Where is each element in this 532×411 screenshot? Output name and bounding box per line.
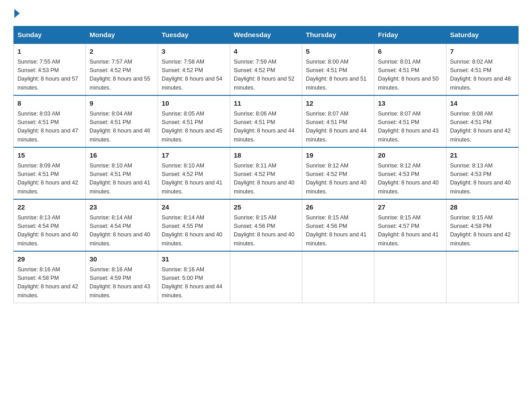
day-info: Sunrise: 8:15 AMSunset: 4:58 PMDaylight:… <box>450 214 515 248</box>
day-number: 13 <box>378 98 442 109</box>
day-number: 3 <box>162 47 226 57</box>
calendar-cell: 8 Sunrise: 8:03 AMSunset: 4:51 PMDayligh… <box>14 95 86 147</box>
page-header <box>13 9 519 18</box>
day-number: 30 <box>90 254 154 265</box>
weekday-header-row: SundayMondayTuesdayWednesdayThursdayFrid… <box>14 26 519 44</box>
weekday-header-saturday: Saturday <box>446 26 519 44</box>
calendar-week-row: 1 Sunrise: 7:55 AMSunset: 4:53 PMDayligh… <box>14 43 519 95</box>
day-info: Sunrise: 8:07 AMSunset: 4:51 PMDaylight:… <box>306 110 370 145</box>
day-info: Sunrise: 8:07 AMSunset: 4:51 PMDaylight:… <box>378 110 442 145</box>
day-info: Sunrise: 8:00 AMSunset: 4:51 PMDaylight:… <box>306 58 370 93</box>
calendar-cell: 30 Sunrise: 8:16 AMSunset: 4:59 PMDaylig… <box>86 251 158 303</box>
calendar-cell <box>230 251 302 303</box>
calendar-cell: 29 Sunrise: 8:16 AMSunset: 4:58 PMDaylig… <box>14 251 86 303</box>
day-number: 14 <box>450 98 515 109</box>
day-info: Sunrise: 8:16 AMSunset: 4:59 PMDaylight:… <box>90 265 154 300</box>
day-info: Sunrise: 8:15 AMSunset: 4:56 PMDaylight:… <box>306 214 370 248</box>
day-info: Sunrise: 8:16 AMSunset: 5:00 PMDaylight:… <box>162 265 226 300</box>
day-number: 8 <box>17 98 82 109</box>
calendar-cell: 25 Sunrise: 8:15 AMSunset: 4:56 PMDaylig… <box>230 199 302 251</box>
day-number: 7 <box>450 47 515 57</box>
day-info: Sunrise: 8:12 AMSunset: 4:53 PMDaylight:… <box>378 162 442 197</box>
calendar-cell: 2 Sunrise: 7:57 AMSunset: 4:52 PMDayligh… <box>86 43 158 95</box>
day-number: 29 <box>17 254 82 265</box>
day-number: 24 <box>162 202 226 213</box>
day-number: 11 <box>234 98 298 109</box>
calendar-cell: 7 Sunrise: 8:02 AMSunset: 4:51 PMDayligh… <box>446 43 519 95</box>
day-number: 22 <box>17 202 82 213</box>
day-info: Sunrise: 8:06 AMSunset: 4:51 PMDaylight:… <box>234 110 298 145</box>
day-info: Sunrise: 8:02 AMSunset: 4:51 PMDaylight:… <box>450 58 515 93</box>
day-number: 15 <box>17 150 82 161</box>
day-number: 20 <box>378 150 442 161</box>
day-number: 17 <box>162 150 226 161</box>
weekday-header-sunday: Sunday <box>14 26 86 44</box>
day-info: Sunrise: 8:08 AMSunset: 4:51 PMDaylight:… <box>450 110 515 145</box>
day-info: Sunrise: 8:14 AMSunset: 4:54 PMDaylight:… <box>90 214 154 248</box>
calendar-cell: 13 Sunrise: 8:07 AMSunset: 4:51 PMDaylig… <box>374 95 446 147</box>
calendar-cell: 22 Sunrise: 8:13 AMSunset: 4:54 PMDaylig… <box>14 199 86 251</box>
weekday-header-tuesday: Tuesday <box>158 26 230 44</box>
day-number: 9 <box>90 98 154 109</box>
day-info: Sunrise: 7:55 AMSunset: 4:53 PMDaylight:… <box>17 58 82 93</box>
day-info: Sunrise: 8:13 AMSunset: 4:53 PMDaylight:… <box>450 162 515 197</box>
calendar-cell: 18 Sunrise: 8:11 AMSunset: 4:52 PMDaylig… <box>230 147 302 199</box>
day-number: 2 <box>90 47 154 57</box>
calendar-week-row: 8 Sunrise: 8:03 AMSunset: 4:51 PMDayligh… <box>14 95 519 147</box>
calendar-cell: 5 Sunrise: 8:00 AMSunset: 4:51 PMDayligh… <box>302 43 374 95</box>
calendar-cell: 20 Sunrise: 8:12 AMSunset: 4:53 PMDaylig… <box>374 147 446 199</box>
day-info: Sunrise: 8:13 AMSunset: 4:54 PMDaylight:… <box>17 214 82 248</box>
day-info: Sunrise: 8:10 AMSunset: 4:52 PMDaylight:… <box>162 162 226 197</box>
day-info: Sunrise: 8:05 AMSunset: 4:51 PMDaylight:… <box>162 110 226 145</box>
weekday-header-friday: Friday <box>374 26 446 44</box>
calendar-cell: 24 Sunrise: 8:14 AMSunset: 4:55 PMDaylig… <box>158 199 230 251</box>
day-number: 27 <box>378 202 442 213</box>
day-info: Sunrise: 8:01 AMSunset: 4:51 PMDaylight:… <box>378 58 442 93</box>
day-number: 10 <box>162 98 226 109</box>
day-info: Sunrise: 8:11 AMSunset: 4:52 PMDaylight:… <box>234 162 298 197</box>
calendar-cell: 4 Sunrise: 7:59 AMSunset: 4:52 PMDayligh… <box>230 43 302 95</box>
calendar-week-row: 22 Sunrise: 8:13 AMSunset: 4:54 PMDaylig… <box>14 199 519 251</box>
day-info: Sunrise: 7:58 AMSunset: 4:52 PMDaylight:… <box>162 58 226 93</box>
day-info: Sunrise: 8:03 AMSunset: 4:51 PMDaylight:… <box>17 110 82 145</box>
calendar-cell: 16 Sunrise: 8:10 AMSunset: 4:51 PMDaylig… <box>86 147 158 199</box>
day-number: 4 <box>234 47 298 57</box>
calendar-week-row: 15 Sunrise: 8:09 AMSunset: 4:51 PMDaylig… <box>14 147 519 199</box>
day-number: 1 <box>17 47 82 57</box>
day-number: 5 <box>306 47 370 57</box>
day-number: 31 <box>162 254 226 265</box>
calendar-cell: 12 Sunrise: 8:07 AMSunset: 4:51 PMDaylig… <box>302 95 374 147</box>
day-info: Sunrise: 7:59 AMSunset: 4:52 PMDaylight:… <box>234 58 298 93</box>
day-number: 12 <box>306 98 370 109</box>
day-info: Sunrise: 8:12 AMSunset: 4:52 PMDaylight:… <box>306 162 370 197</box>
calendar-cell: 1 Sunrise: 7:55 AMSunset: 4:53 PMDayligh… <box>14 43 86 95</box>
day-info: Sunrise: 8:14 AMSunset: 4:55 PMDaylight:… <box>162 214 226 248</box>
day-number: 26 <box>306 202 370 213</box>
day-info: Sunrise: 8:09 AMSunset: 4:51 PMDaylight:… <box>17 162 82 197</box>
calendar-cell: 23 Sunrise: 8:14 AMSunset: 4:54 PMDaylig… <box>86 199 158 251</box>
weekday-header-monday: Monday <box>86 26 158 44</box>
calendar-cell: 15 Sunrise: 8:09 AMSunset: 4:51 PMDaylig… <box>14 147 86 199</box>
calendar-cell: 9 Sunrise: 8:04 AMSunset: 4:51 PMDayligh… <box>86 95 158 147</box>
calendar-cell: 3 Sunrise: 7:58 AMSunset: 4:52 PMDayligh… <box>158 43 230 95</box>
logo <box>13 9 20 18</box>
calendar-cell <box>446 251 519 303</box>
calendar-cell: 28 Sunrise: 8:15 AMSunset: 4:58 PMDaylig… <box>446 199 519 251</box>
day-info: Sunrise: 8:15 AMSunset: 4:57 PMDaylight:… <box>378 214 442 248</box>
day-number: 21 <box>450 150 515 161</box>
calendar-cell: 14 Sunrise: 8:08 AMSunset: 4:51 PMDaylig… <box>446 95 519 147</box>
calendar-cell: 17 Sunrise: 8:10 AMSunset: 4:52 PMDaylig… <box>158 147 230 199</box>
day-number: 18 <box>234 150 298 161</box>
day-number: 16 <box>90 150 154 161</box>
calendar-cell: 11 Sunrise: 8:06 AMSunset: 4:51 PMDaylig… <box>230 95 302 147</box>
calendar-cell: 26 Sunrise: 8:15 AMSunset: 4:56 PMDaylig… <box>302 199 374 251</box>
calendar-cell: 31 Sunrise: 8:16 AMSunset: 5:00 PMDaylig… <box>158 251 230 303</box>
day-number: 6 <box>378 47 442 57</box>
day-info: Sunrise: 7:57 AMSunset: 4:52 PMDaylight:… <box>90 58 154 93</box>
day-number: 23 <box>90 202 154 213</box>
day-number: 25 <box>234 202 298 213</box>
calendar-table: SundayMondayTuesdayWednesdayThursdayFrid… <box>13 26 519 303</box>
weekday-header-wednesday: Wednesday <box>230 26 302 44</box>
day-number: 28 <box>450 202 515 213</box>
day-info: Sunrise: 8:16 AMSunset: 4:58 PMDaylight:… <box>17 265 82 300</box>
